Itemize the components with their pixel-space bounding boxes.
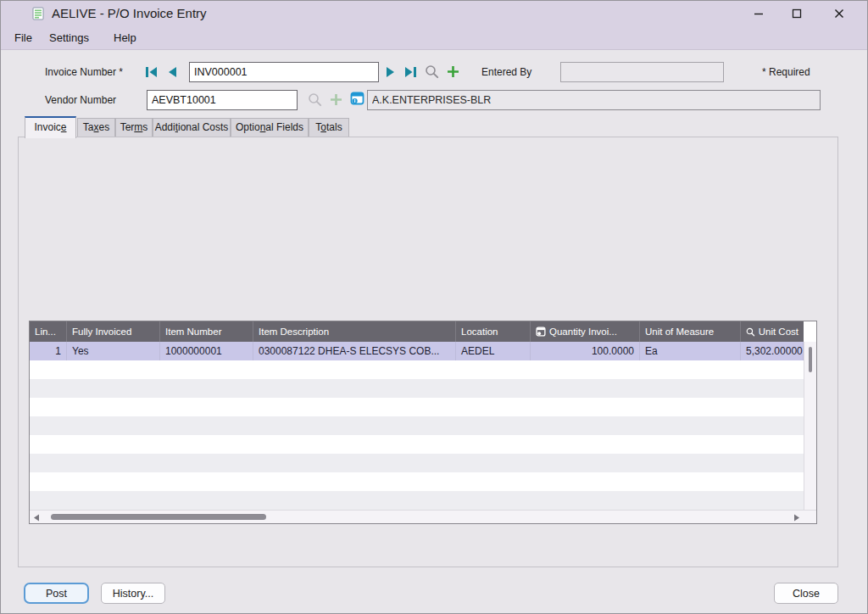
horizontal-scrollbar-thumb[interactable]: [51, 514, 266, 520]
vendor-drilldown-button[interactable]: [350, 92, 364, 105]
tab-terms[interactable]: Terms: [115, 118, 153, 137]
col-line-number[interactable]: Lin...: [30, 321, 67, 342]
grid-row-selected[interactable]: 1 Yes 1000000001 0300087122 DHEA-S ELECS…: [30, 342, 804, 360]
cell-location[interactable]: AEDEL: [456, 342, 531, 360]
invoice-finder-button[interactable]: [425, 64, 439, 79]
invoice-number-label: Invoice Number *: [45, 62, 123, 82]
previous-record-button[interactable]: [167, 66, 178, 78]
col-unit-of-measure[interactable]: Unit of Measure: [640, 321, 741, 342]
first-record-button[interactable]: [145, 66, 159, 78]
drilldown-icon: [350, 92, 364, 105]
tab-invoice[interactable]: Invoice: [25, 116, 76, 138]
scroll-right-button[interactable]: [793, 513, 801, 522]
vertical-scrollbar-thumb[interactable]: [809, 347, 812, 372]
vendor-name-field: [367, 90, 821, 110]
grid-empty-row: [30, 491, 804, 510]
grid-vertical-scrollbar[interactable]: [804, 342, 816, 510]
cell-item-number[interactable]: 1000000001: [160, 342, 253, 360]
maximize-button[interactable]: [785, 3, 809, 24]
next-record-button[interactable]: [385, 66, 396, 78]
required-note: * Required: [762, 62, 810, 82]
cell-item-description[interactable]: 0300087122 DHEA-S ELECSYS COB...: [253, 342, 456, 360]
grid-empty-row: [30, 360, 804, 379]
next-record-icon: [385, 66, 396, 78]
entered-by-field: [560, 62, 724, 82]
po-invoice-entry-window: AELIVE - P/O Invoice Entry File Settings…: [0, 0, 868, 614]
grid-empty-row: [30, 472, 804, 491]
grid-empty-row: [30, 454, 804, 472]
new-invoice-button[interactable]: [447, 65, 459, 78]
app-document-icon: [31, 7, 45, 24]
grid-body: 1 Yes 1000000001 0300087122 DHEA-S ELECS…: [30, 342, 804, 510]
minimize-icon: [754, 8, 764, 19]
col-fully-invoiced[interactable]: Fully Invoiced: [67, 321, 160, 342]
grid-empty-row: [30, 416, 804, 435]
window-title: AELIVE - P/O Invoice Entry: [52, 6, 207, 20]
invoice-number-input[interactable]: [189, 62, 379, 82]
grid-horizontal-scrollbar[interactable]: [30, 510, 816, 523]
entered-by-label: Entered By: [481, 62, 531, 82]
tab-totals[interactable]: Totals: [309, 118, 349, 137]
grid-empty-row: [30, 379, 804, 398]
cell-unit-of-measure[interactable]: Ea: [640, 342, 741, 360]
tab-optional-fields[interactable]: Optional Fields: [231, 118, 309, 137]
grid-empty-row: [30, 398, 804, 416]
close-icon: [834, 8, 844, 19]
col-location[interactable]: Location: [456, 321, 531, 342]
last-record-button[interactable]: [403, 66, 417, 78]
search-icon: [746, 327, 755, 338]
close-button[interactable]: Close: [774, 583, 838, 604]
tab-taxes[interactable]: Taxes: [77, 118, 115, 137]
maximize-icon: [792, 8, 802, 19]
minimize-button[interactable]: [747, 3, 771, 24]
plus-icon: [330, 93, 342, 106]
first-record-icon: [145, 66, 159, 78]
previous-record-icon: [167, 66, 178, 78]
drilldown-icon: [536, 327, 546, 337]
col-quantity-invoiced[interactable]: Quantity Invoi...: [531, 321, 640, 342]
grid-empty-row: [30, 435, 804, 454]
vendor-number-label: Vendor Number: [45, 90, 116, 110]
menu-help[interactable]: Help: [109, 30, 141, 47]
close-window-button[interactable]: [827, 3, 851, 24]
plus-icon: [447, 65, 459, 78]
vendor-number-input[interactable]: [147, 90, 298, 110]
col-item-description[interactable]: Item Description: [253, 321, 456, 342]
last-record-icon: [403, 66, 417, 78]
col-item-number[interactable]: Item Number: [160, 321, 253, 342]
tab-additional-costs[interactable]: Additional Costs: [153, 118, 231, 137]
col-unit-cost[interactable]: Unit Cost: [741, 321, 804, 342]
search-icon: [425, 64, 439, 79]
menubar: File Settings Help: [1, 26, 867, 50]
invoice-detail-grid: Lin... Fully Invoiced Item Number Item D…: [29, 321, 817, 524]
menu-file[interactable]: File: [10, 30, 36, 47]
new-vendor-button: [330, 93, 342, 106]
triangle-left-icon: [33, 514, 40, 522]
history-button[interactable]: History...: [101, 583, 165, 604]
post-button[interactable]: Post: [24, 583, 89, 604]
cell-fully-invoiced[interactable]: Yes: [67, 342, 160, 360]
vendor-finder-button: [308, 92, 322, 107]
cell-line[interactable]: 1: [30, 342, 67, 360]
titlebar: AELIVE - P/O Invoice Entry: [1, 1, 867, 26]
search-icon: [308, 92, 322, 107]
triangle-right-icon: [793, 514, 800, 522]
cell-quantity-invoiced[interactable]: 100.0000: [531, 342, 640, 360]
cell-unit-cost[interactable]: 5,302.00000: [741, 342, 804, 360]
grid-header-row: Lin... Fully Invoiced Item Number Item D…: [30, 321, 804, 342]
scroll-left-button[interactable]: [32, 513, 41, 522]
menu-settings[interactable]: Settings: [45, 30, 93, 47]
